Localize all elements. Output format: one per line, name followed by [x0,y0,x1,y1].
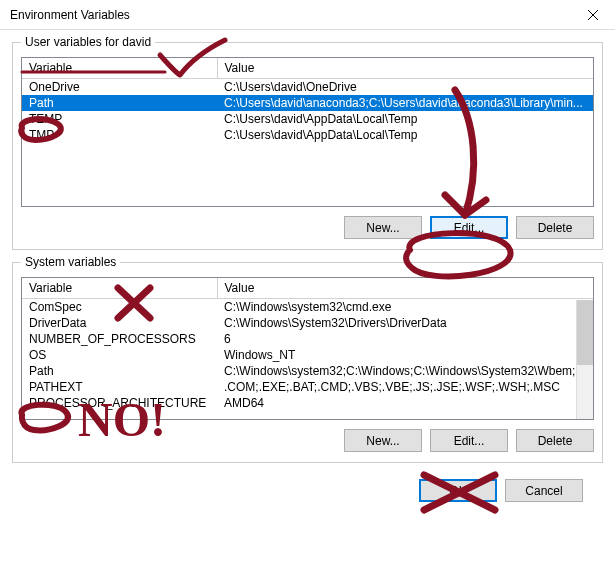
system-buttons-row: New... Edit... Delete [13,426,602,462]
table-row[interactable]: OSWindows_NT [22,347,593,363]
table-row[interactable]: TEMPC:\Users\david\AppData\Local\Temp [22,111,593,127]
table-row[interactable]: PATHEXT.COM;.EXE;.BAT;.CMD;.VBS;.VBE;.JS… [22,379,593,395]
user-col-variable[interactable]: Variable [22,58,217,79]
cell-variable: PATHEXT [22,379,217,395]
dialog-footer: OK Cancel [12,473,603,516]
cell-variable: OS [22,347,217,363]
system-col-variable[interactable]: Variable [22,278,217,299]
cell-value: .COM;.EXE;.BAT;.CMD;.VBS;.VBE;.JS;.JSE;.… [217,379,593,395]
table-row[interactable]: PathC:\Windows\system32;C:\Windows;C:\Wi… [22,363,593,379]
cell-value: C:\Windows\system32;C:\Windows;C:\Window… [217,363,593,379]
ok-button[interactable]: OK [419,479,497,502]
cell-variable: TMP [22,127,217,143]
window-title: Environment Variables [10,8,570,22]
system-col-value[interactable]: Value [217,278,593,299]
cell-value: C:\Windows\System32\Drivers\DriverData [217,315,593,331]
system-variables-group: System variables Variable Value ComSpecC… [12,262,603,463]
cell-value: AMD64 [217,395,593,411]
user-variables-group: User variables for david Variable Value … [12,42,603,250]
cell-variable: NUMBER_OF_PROCESSORS [22,331,217,347]
system-new-button[interactable]: New... [344,429,422,452]
cell-variable: Path [22,95,217,111]
cell-value: Windows_NT [217,347,593,363]
cell-variable: TEMP [22,111,217,127]
user-variables-table[interactable]: Variable Value OneDriveC:\Users\david\On… [22,58,593,143]
system-variables-table[interactable]: Variable Value ComSpecC:\Windows\system3… [22,278,593,411]
cell-variable: PROCESSOR_ARCHITECTURE [22,395,217,411]
table-row[interactable]: NUMBER_OF_PROCESSORS6 [22,331,593,347]
table-row[interactable]: TMPC:\Users\david\AppData\Local\Temp [22,127,593,143]
table-row[interactable]: OneDriveC:\Users\david\OneDrive [22,79,593,96]
user-buttons-row: New... Edit... Delete [13,213,602,249]
system-edit-button[interactable]: Edit... [430,429,508,452]
table-row[interactable]: ComSpecC:\Windows\system32\cmd.exe [22,299,593,316]
system-delete-button[interactable]: Delete [516,429,594,452]
table-row[interactable]: DriverDataC:\Windows\System32\Drivers\Dr… [22,315,593,331]
cell-value: 6 [217,331,593,347]
user-variables-table-wrap: Variable Value OneDriveC:\Users\david\On… [21,57,594,207]
cell-value: C:\Users\david\OneDrive [217,79,593,96]
user-col-value[interactable]: Value [217,58,593,79]
close-button[interactable] [570,0,615,30]
cell-variable: DriverData [22,315,217,331]
cell-variable: ComSpec [22,299,217,316]
user-edit-button[interactable]: Edit... [430,216,508,239]
user-new-button[interactable]: New... [344,216,422,239]
user-delete-button[interactable]: Delete [516,216,594,239]
table-row[interactable]: PROCESSOR_ARCHITECTUREAMD64 [22,395,593,411]
system-variables-label: System variables [21,255,120,269]
titlebar: Environment Variables [0,0,615,30]
cell-value: C:\Windows\system32\cmd.exe [217,299,593,316]
cell-variable: OneDrive [22,79,217,96]
cell-value: C:\Users\david\anaconda3;C:\Users\david\… [217,95,593,111]
cell-value: C:\Users\david\AppData\Local\Temp [217,127,593,143]
cell-variable: Path [22,363,217,379]
close-icon [588,10,598,20]
user-variables-label: User variables for david [21,35,155,49]
table-row[interactable]: PathC:\Users\david\anaconda3;C:\Users\da… [22,95,593,111]
cancel-button[interactable]: Cancel [505,479,583,502]
scrollbar-thumb[interactable] [577,300,593,365]
system-scrollbar[interactable] [576,300,593,419]
system-variables-table-wrap: Variable Value ComSpecC:\Windows\system3… [21,277,594,420]
cell-value: C:\Users\david\AppData\Local\Temp [217,111,593,127]
